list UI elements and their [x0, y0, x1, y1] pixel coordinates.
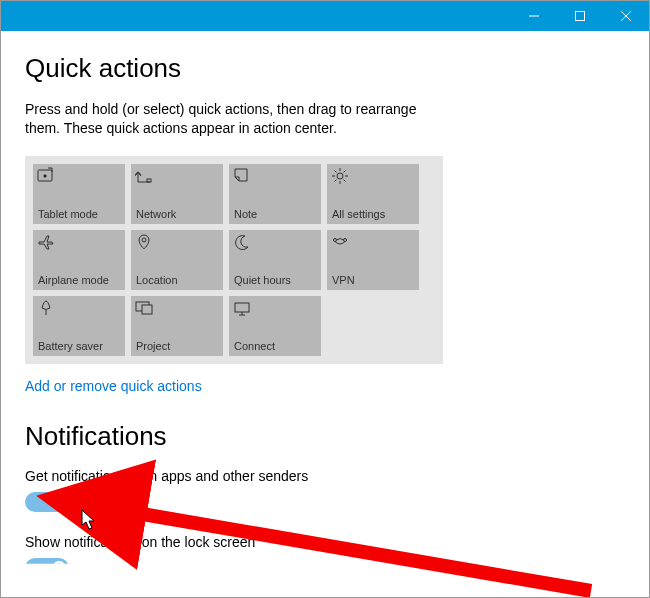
svg-point-9: [337, 173, 343, 179]
notifications-lockscreen-label: Show notifications on the lock screen: [25, 534, 625, 550]
tile-label: VPN: [332, 274, 416, 286]
location-icon: [135, 233, 153, 253]
note-icon: [233, 167, 251, 187]
svg-rect-1: [576, 12, 585, 21]
tile-label: Project: [136, 340, 220, 352]
battery-saver-icon: [37, 299, 55, 319]
quick-actions-grid: Tablet mode Network Note: [33, 164, 435, 356]
notifications-lockscreen-toggle[interactable]: [25, 558, 69, 578]
maximize-button[interactable]: [557, 1, 603, 31]
network-icon: [135, 167, 153, 187]
tablet-mode-icon: [37, 167, 55, 187]
airplane-mode-icon: [37, 233, 55, 253]
tile-network[interactable]: Network: [131, 164, 223, 224]
svg-line-16: [344, 170, 346, 172]
quiet-hours-icon: [233, 233, 251, 253]
tile-label: Connect: [234, 340, 318, 352]
toggle-knob: [52, 495, 66, 509]
svg-line-17: [335, 179, 337, 181]
add-remove-quick-actions-link[interactable]: Add or remove quick actions: [25, 378, 202, 394]
tile-quiet-hours[interactable]: Quiet hours: [229, 230, 321, 290]
tile-label: Quiet hours: [234, 274, 318, 286]
tile-note[interactable]: Note: [229, 164, 321, 224]
connect-icon: [233, 299, 251, 319]
tile-label: Battery saver: [38, 340, 122, 352]
minimize-button[interactable]: [511, 1, 557, 31]
tile-label: All settings: [332, 208, 416, 220]
tile-battery-saver[interactable]: Battery saver: [33, 296, 125, 356]
vpn-icon: [331, 233, 349, 253]
svg-rect-8: [147, 179, 151, 182]
minimize-icon: [528, 10, 540, 22]
close-button[interactable]: [603, 1, 649, 31]
tile-airplane-mode[interactable]: Airplane mode: [33, 230, 125, 290]
tile-all-settings[interactable]: All settings: [327, 164, 419, 224]
maximize-icon: [574, 10, 586, 22]
tile-project[interactable]: Project: [131, 296, 223, 356]
tile-label: Network: [136, 208, 220, 220]
tile-label: Note: [234, 208, 318, 220]
tile-location[interactable]: Location: [131, 230, 223, 290]
svg-rect-24: [235, 303, 249, 312]
window: Quick actions Press and hold (or select)…: [0, 0, 650, 598]
svg-point-5: [44, 175, 46, 177]
notifications-heading: Notifications: [25, 421, 625, 452]
tile-connect[interactable]: Connect: [229, 296, 321, 356]
toggle-knob: [52, 561, 66, 575]
all-settings-icon: [331, 167, 349, 187]
quick-actions-description: Press and hold (or select) quick actions…: [25, 100, 455, 138]
tile-vpn[interactable]: VPN: [327, 230, 419, 290]
close-icon: [620, 10, 632, 22]
tile-label: Tablet mode: [38, 208, 122, 220]
svg-rect-23: [142, 305, 152, 314]
tile-tablet-mode[interactable]: Tablet mode: [33, 164, 125, 224]
notifications-apps-label: Get notifications from apps and other se…: [25, 468, 625, 484]
notifications-apps-toggle[interactable]: [25, 492, 69, 512]
svg-point-19: [334, 238, 337, 241]
content: Quick actions Press and hold (or select)…: [1, 31, 649, 578]
quick-actions-tile-container: Tablet mode Network Note: [25, 156, 443, 364]
cursor-icon: [81, 509, 99, 531]
svg-point-20: [344, 238, 347, 241]
project-icon: [135, 299, 153, 319]
svg-line-15: [344, 179, 346, 181]
titlebar: [1, 1, 649, 31]
svg-line-14: [335, 170, 337, 172]
tile-label: Location: [136, 274, 220, 286]
svg-point-18: [142, 238, 146, 242]
toggle-state-label: On: [79, 494, 98, 510]
quick-actions-heading: Quick actions: [25, 53, 625, 84]
tile-label: Airplane mode: [38, 274, 122, 286]
